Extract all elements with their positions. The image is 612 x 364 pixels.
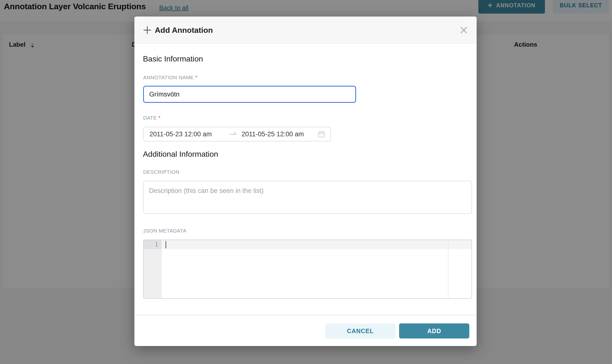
editor-line-number: 1 xyxy=(144,240,162,249)
modal-header: Add Annotation xyxy=(134,16,477,44)
section-heading-basic: Basic Information xyxy=(143,54,203,64)
date-label: DATE* xyxy=(143,115,161,121)
required-asterisk: * xyxy=(195,74,198,80)
annotation-layer-page: Annotation Layer Volcanic Eruptions Back… xyxy=(0,0,612,364)
description-textarea[interactable] xyxy=(143,181,472,214)
annotation-name-input[interactable] xyxy=(143,86,356,103)
json-metadata-label: JSON METADATA xyxy=(143,228,186,234)
calendar-icon xyxy=(318,131,325,138)
section-heading-additional: Additional Information xyxy=(143,150,218,159)
add-button[interactable]: ADD xyxy=(399,324,469,338)
close-icon[interactable] xyxy=(460,26,467,34)
modal-footer: CANCEL ADD xyxy=(134,315,477,346)
modal-title: Add Annotation xyxy=(155,16,213,44)
date-end-value[interactable]: 2011-05-25 12:00 am xyxy=(242,130,304,138)
description-label: DESCRIPTION xyxy=(143,169,179,175)
required-asterisk: * xyxy=(158,115,160,121)
cancel-button[interactable]: CANCEL xyxy=(325,324,395,338)
editor-print-margin xyxy=(448,240,448,298)
date-start-value[interactable]: 2011-05-23 12:00 am xyxy=(149,130,218,138)
editor-active-line xyxy=(162,240,471,249)
add-annotation-modal: Add Annotation Basic Information ANNOTAT… xyxy=(134,16,477,346)
editor-cursor xyxy=(166,241,166,248)
plus-icon xyxy=(143,26,151,34)
json-metadata-editor[interactable]: 1 xyxy=(143,240,472,299)
annotation-name-label: ANNOTATION NAME* xyxy=(143,74,198,81)
arrow-right-icon xyxy=(229,131,237,137)
date-range-picker[interactable]: 2011-05-23 12:00 am 2011-05-25 12:00 am xyxy=(143,127,331,142)
